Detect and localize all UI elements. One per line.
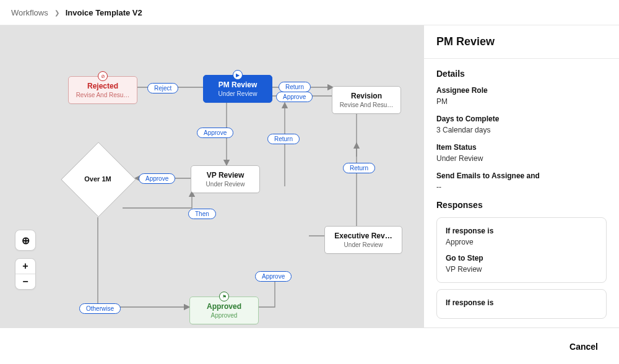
node-approved[interactable]: ⚑ Approved Approved <box>189 297 259 324</box>
edge-label-otherwise[interactable]: Otherwise <box>79 303 121 314</box>
zoom-out-button[interactable]: − <box>15 274 35 289</box>
edge-label-return[interactable]: Return <box>343 163 375 173</box>
flag-icon: ⚑ <box>219 292 229 301</box>
node-title: Rejected <box>75 82 131 90</box>
node-title: Executive Rev… <box>331 232 396 240</box>
status-value: Under Review <box>436 154 607 163</box>
node-subtitle: Under Review <box>210 90 266 97</box>
edge-label-approve[interactable]: Approve <box>276 92 313 102</box>
crosshair-icon: ⊕ <box>22 235 30 246</box>
node-vp-review[interactable]: VP Review Under Review <box>191 165 260 193</box>
goto-step-label: Go to Step <box>446 254 597 262</box>
decision-label: Over 1M <box>61 142 135 216</box>
edge-label-approve[interactable]: Approve <box>255 271 292 282</box>
recenter-button[interactable]: ⊕ <box>15 230 36 251</box>
node-decision-over1m[interactable]: Over 1M <box>61 142 135 216</box>
node-rejected[interactable]: ⊘ Rejected Revise And Resu… <box>68 76 137 104</box>
emails-label: Send Emails to Assignee and <box>436 171 607 180</box>
breadcrumb: Workflows ❯ Invoice Template V2 <box>0 0 619 25</box>
emails-value: -- <box>436 183 607 191</box>
zoom-in-button[interactable]: + <box>15 259 35 274</box>
responses-heading: Responses <box>436 200 607 210</box>
response-card[interactable]: If response is Approve Go to Step VP Rev… <box>436 217 607 283</box>
panel-title: PM Review <box>424 25 619 59</box>
workflow-canvas[interactable]: ⊘ Rejected Revise And Resu… ▶ PM Review … <box>0 25 423 327</box>
edge-label-approve[interactable]: Approve <box>197 128 233 138</box>
if-response-label: If response is <box>446 227 597 235</box>
footer: Cancel <box>0 327 619 364</box>
play-icon: ▶ <box>233 70 243 80</box>
details-heading: Details <box>436 69 607 79</box>
node-title: VP Review <box>197 171 253 180</box>
days-label: Days to Complete <box>436 115 607 123</box>
assignee-role-value: PM <box>436 97 607 106</box>
days-value: 3 Calendar days <box>436 126 607 134</box>
response-card[interactable]: If response is <box>436 289 607 319</box>
chevron-right-icon: ❯ <box>54 9 59 16</box>
assignee-role-label: Assignee Role <box>436 86 607 95</box>
edge-label-return[interactable]: Return <box>279 82 311 92</box>
node-subtitle: Under Review <box>197 181 253 188</box>
node-executive-review[interactable]: Executive Rev… Under Review <box>324 226 402 254</box>
node-title: Revision <box>339 92 394 100</box>
goto-step-value: VP Review <box>446 265 597 274</box>
status-label: Item Status <box>436 143 607 152</box>
edge-label-then[interactable]: Then <box>188 209 216 219</box>
breadcrumb-root[interactable]: Workflows <box>11 8 48 17</box>
details-panel: PM Review Details Assignee RolePM Days t… <box>423 25 619 327</box>
breadcrumb-current: Invoice Template V2 <box>66 8 142 17</box>
edge-label-return[interactable]: Return <box>267 134 300 144</box>
if-response-label: If response is <box>446 298 597 307</box>
if-response-value: Approve <box>446 238 597 246</box>
node-revision[interactable]: Revision Revise And Resu… <box>332 86 401 114</box>
rejected-icon: ⊘ <box>98 71 108 81</box>
node-subtitle: Approved <box>196 312 252 319</box>
edge-label-reject[interactable]: Reject <box>147 83 178 93</box>
node-subtitle: Under Review <box>331 241 396 248</box>
node-title: Approved <box>196 302 252 311</box>
minus-icon: − <box>22 276 28 287</box>
node-title: PM Review <box>210 80 266 89</box>
node-pm-review[interactable]: ▶ PM Review Under Review <box>203 75 272 103</box>
cancel-button[interactable]: Cancel <box>566 341 602 352</box>
node-subtitle: Revise And Resu… <box>339 102 394 108</box>
node-subtitle: Revise And Resu… <box>75 92 131 98</box>
plus-icon: + <box>22 261 28 272</box>
edge-label-approve[interactable]: Approve <box>139 173 175 184</box>
zoom-controls: ⊕ + − <box>15 230 36 290</box>
